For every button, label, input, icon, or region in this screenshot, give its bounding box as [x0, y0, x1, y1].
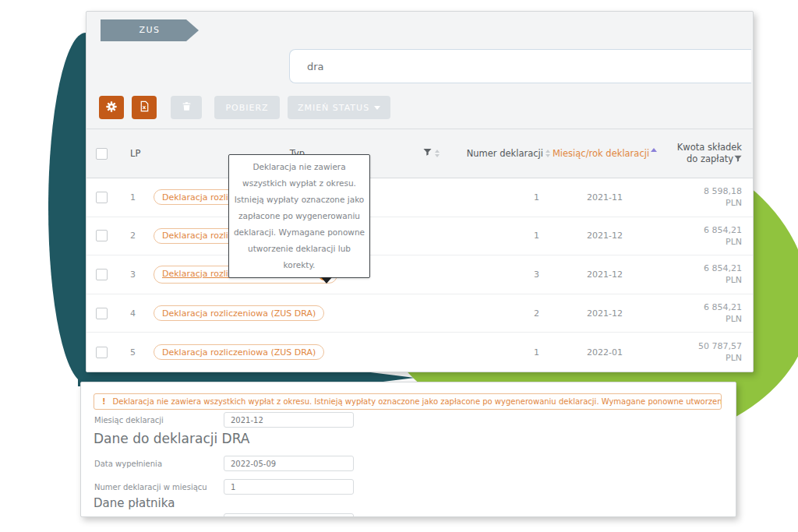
column-header-miesiac-label: Miesiąc/rok deklaracji: [553, 148, 649, 159]
section-heading-dane-platnika: Dane płatnika: [94, 496, 175, 510]
export-excel-button[interactable]: x: [132, 96, 157, 119]
sort-ascending-icon: [651, 148, 657, 152]
trash-icon: [182, 101, 192, 114]
row-kwota: 8 598,18 PLN: [659, 185, 742, 209]
row-numer: 1: [441, 192, 550, 203]
column-header-lp[interactable]: LP: [130, 148, 154, 159]
row-numer: 1: [441, 347, 550, 358]
svg-text:x: x: [142, 104, 146, 111]
row-checkbox[interactable]: [96, 347, 108, 358]
column-header-numer-deklaracji[interactable]: Numer deklaracji: [441, 148, 550, 159]
row-checkbox[interactable]: [96, 308, 108, 319]
column-header-numer-label: Numer deklaracji: [467, 148, 543, 159]
gear-icon: [105, 100, 118, 115]
row-kwota: 6 854,21 PLN: [659, 301, 742, 325]
download-button[interactable]: POBIERZ: [214, 96, 280, 119]
field-label-numer-deklaracji-w-miesiacu: Numer deklaracji w miesiącu: [94, 483, 207, 491]
numer-deklaracji-w-miesiacu-input[interactable]: [224, 479, 354, 495]
row-numer: 2: [441, 308, 550, 319]
row-checkbox[interactable]: [96, 269, 108, 280]
row-lp: 3: [130, 270, 154, 280]
row-numer: 1: [441, 231, 550, 241]
filter-funnel-icon: [734, 155, 742, 163]
table-row[interactable]: 2 Deklaracja rozliczeniowa (ZUS DRA) 1 2…: [87, 217, 753, 256]
toolbar: x POBIERZ ZMIEŃ STATUS: [99, 96, 390, 119]
row-miesiac: 2021-12: [550, 231, 659, 241]
field-label-data-wypelnienia: Data wypełnienia: [94, 460, 162, 468]
row-lp: 4: [130, 308, 154, 319]
declaration-details-panel: ! Deklaracja nie zawiera wszystkich wypł…: [80, 382, 736, 517]
column-header-kwota-label: Kwota składek do zapłaty: [677, 142, 742, 164]
row-kwota: 6 854,21 PLN: [659, 262, 742, 286]
declarations-list-panel: ZUS: [86, 11, 754, 372]
typ-header-icons: [423, 148, 440, 159]
row-checkbox[interactable]: [96, 192, 108, 203]
tooltip-arrow: [321, 277, 332, 284]
row-kwota: 6 854,21 PLN: [659, 224, 742, 248]
warning-banner-text: Deklaracja nie zawiera wszystkich wypłat…: [113, 397, 722, 406]
declaration-warning-tooltip: Deklaracja nie zawiera wszystkich wypłat…: [228, 154, 370, 278]
row-checkbox[interactable]: [96, 230, 108, 241]
filter-funnel-icon[interactable]: [423, 148, 432, 159]
declaration-type-badge[interactable]: Deklaracja rozliczeniowa (ZUS DRA): [154, 305, 324, 321]
clipped-bottom-input[interactable]: [224, 513, 354, 517]
row-lp: 1: [130, 192, 154, 203]
data-wypelnienia-input[interactable]: [224, 456, 354, 471]
row-miesiac: 2022-01: [550, 347, 659, 358]
section-heading-dane-do-deklaracji-dra: Dane do deklaracji DRA: [94, 431, 249, 446]
table-header: LP Typ Numer deklaracji Miesiąc/rok dekl…: [87, 129, 753, 178]
settings-button[interactable]: [99, 96, 124, 119]
miesiac-deklaracji-input[interactable]: [224, 412, 354, 428]
warning-banner: ! Deklaracja nie zawiera wszystkich wypł…: [94, 393, 722, 410]
row-miesiac: 2021-12: [550, 308, 659, 319]
table-row[interactable]: 4 Deklaracja rozliczeniowa (ZUS DRA) 2 2…: [87, 294, 753, 333]
tab-zus[interactable]: ZUS: [101, 19, 199, 41]
delete-button[interactable]: [171, 96, 202, 119]
row-miesiac: 2021-12: [550, 270, 659, 280]
change-status-button[interactable]: ZMIEŃ STATUS: [288, 96, 390, 119]
change-status-label: ZMIEŃ STATUS: [298, 103, 369, 113]
row-lp: 5: [130, 347, 154, 358]
row-kwota: 50 787,57 PLN: [659, 340, 742, 364]
excel-file-icon: x: [139, 100, 150, 115]
select-all-checkbox[interactable]: [96, 148, 108, 160]
search-input[interactable]: [289, 49, 751, 83]
column-header-miesiac-rok[interactable]: Miesiąc/rok deklaracji: [550, 148, 659, 159]
tooltip-text: Deklaracja nie zawiera wszystkich wypłat…: [234, 162, 365, 270]
sort-icon[interactable]: [435, 150, 440, 157]
warning-exclamation-icon: !: [102, 397, 106, 406]
column-header-kwota[interactable]: Kwota składek do zapłaty: [675, 142, 742, 165]
chevron-down-icon: [374, 106, 380, 110]
table-row[interactable]: 3 Deklaracja rozliczeniowa (ZUS DRA)! 3 …: [87, 255, 753, 294]
tab-zus-label: ZUS: [139, 25, 160, 35]
table-row[interactable]: 1 Deklaracja rozliczeniowa (ZUS DRA) 1 2…: [87, 178, 753, 217]
table-body: 1 Deklaracja rozliczeniowa (ZUS DRA) 1 2…: [87, 178, 753, 372]
row-numer: 3: [441, 270, 550, 280]
declaration-type-badge[interactable]: Deklaracja rozliczeniowa (ZUS DRA): [154, 344, 324, 360]
field-label-miesiac-deklaracji: Miesiąc deklaracji: [94, 416, 164, 425]
download-button-label: POBIERZ: [225, 103, 268, 113]
row-lp: 2: [130, 231, 154, 241]
row-miesiac: 2021-11: [550, 192, 659, 203]
page: ZUS: [0, 0, 798, 532]
table-row[interactable]: 5 Deklaracja rozliczeniowa (ZUS DRA) 1 2…: [87, 333, 753, 372]
